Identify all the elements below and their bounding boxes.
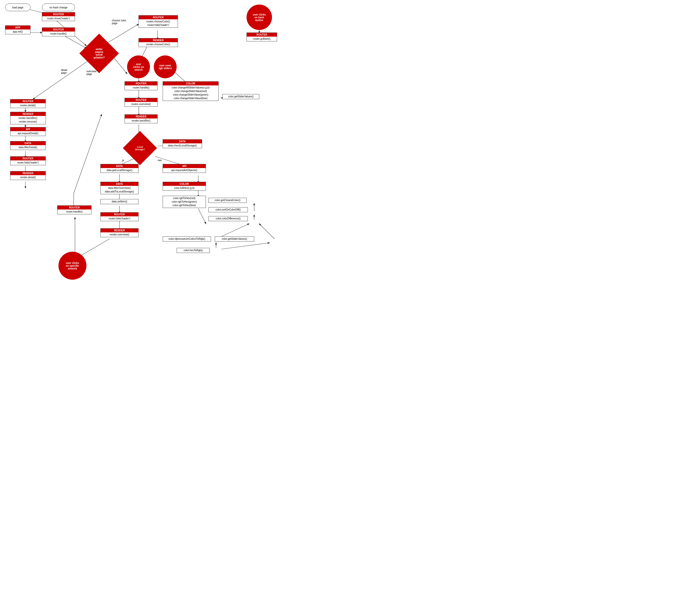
user-uses-rgb-sliders-circle: user usesrgb sliders <box>154 55 177 78</box>
router-handle2-box: ROUTER router.handle() <box>125 81 157 90</box>
user-clicks-search-label: userclicks onsearch <box>133 63 144 71</box>
svg-line-42 <box>74 115 102 193</box>
user-clicks-back-label: user clickson backbutton <box>253 13 266 22</box>
color-get-slider-values-body: color.getSliderValues() <box>223 94 259 99</box>
svg-line-27 <box>198 208 206 224</box>
color-hex-to-rgb-box: color.hexToRgb() <box>177 248 210 253</box>
api-request-art-objects-header: API <box>163 164 206 168</box>
router-overview-header: ROUTER <box>125 98 157 102</box>
app-body: app.init() <box>5 29 30 34</box>
render-choose-color-header: RENDER <box>139 39 178 42</box>
render-back-btn-body: render.backBtn() <box>125 119 157 123</box>
router-hide-loader1-header: ROUTER <box>10 157 46 160</box>
render-detail1-box: RENDER render.backBtn() render.remove() <box>10 112 46 124</box>
render-back-btn-box: RENDER render.backBtn() <box>125 115 157 123</box>
data-get-local-storage-box: DATA data.getLocalStorage() <box>100 164 139 173</box>
router-detail-box: ROUTER routes.detail() <box>10 99 46 108</box>
color-rijksmuseum-box: color.rijksmuseumColorsToRgb() <box>163 236 211 242</box>
color-rgb-to-hex-box: color.rgbToHex(red) color.rgbToHex(green… <box>163 196 206 208</box>
on-hash-change-oval: on hash change <box>42 4 75 11</box>
router-overview-box: ROUTER routes.overview() <box>125 98 157 107</box>
data-filter-detail-box: DATA data.filterDetail() <box>10 141 46 150</box>
color-rijksmuseum-body: color.rijksmuseumColorsToRgb() <box>163 237 211 241</box>
router-choose-color-body: routes.chooseColor() router.hide('loader… <box>139 19 178 27</box>
router-handle3-body: router.handle() <box>57 209 91 214</box>
color-full-hex-box: COLOR color.fullHex(r,g,b) <box>163 182 206 191</box>
color-full-hex-body: color.fullHex(r,g,b) <box>163 186 206 191</box>
data-filter-overview-body: data.filterOverview() data.addToLocalSto… <box>101 186 138 194</box>
welke-pagina-diamond: welkepaginawordtgeladen? <box>85 40 113 67</box>
router-handle2-body: router.handle() <box>125 85 157 90</box>
router-choose-color-header: ROUTER <box>139 16 178 19</box>
diagram-container: load page on hash change APP app.init() … <box>0 0 350 300</box>
router-handle1-box: ROUTER router.handle() <box>42 27 75 36</box>
api-request-detail-body: api.requestDetail() <box>10 131 46 136</box>
local-storage-diamond: LocalStorage? <box>128 136 152 160</box>
router-handle2-header: ROUTER <box>125 82 157 85</box>
router-hide-loader1-box: ROUTER router.hide('loader') <box>10 156 46 165</box>
router-handle1-header: ROUTER <box>42 28 75 31</box>
on-hash-change-label: on hash change <box>49 6 67 9</box>
load-page-oval: load page <box>5 4 30 11</box>
data-filter-overview-box: DATA data.filterOverview() data.addToLoc… <box>100 182 139 194</box>
router-show-loader-body: router.show('loader') <box>42 16 75 21</box>
router-choose-color-box: ROUTER routes.chooseColor() router.hide(… <box>139 15 178 28</box>
api-request-detail-header: API <box>10 127 46 131</box>
render-overview-box: RENDER render.overview() <box>100 228 139 237</box>
ja-label: ja <box>122 159 124 162</box>
router-go-back-body: router.goBack() <box>247 36 277 41</box>
router-detail-header: ROUTER <box>10 99 46 103</box>
svg-line-24 <box>79 239 109 257</box>
color-get-slider-values2-body: color.getSliderValues() <box>215 237 254 241</box>
color-hex-to-rgb-body: color.hexToRgb() <box>177 248 209 253</box>
color-color-difference-box: color.colorDifference() <box>208 216 248 221</box>
detail-page-label: detailpage <box>61 69 67 74</box>
data-get-local-storage-body: data.getLocalStorage() <box>101 168 138 173</box>
render-overview-body: render.overview() <box>101 232 138 237</box>
router-show-loader-box: ROUTER router.show('loader') <box>42 12 75 21</box>
data-set-item-box: data.setItem() <box>100 199 139 204</box>
user-clicks-artwork-label: user clickson specificartwork <box>66 261 79 270</box>
user-clicks-artwork-circle: user clickson specificartwork <box>58 252 86 280</box>
render-detail1-header: RENDER <box>10 112 46 116</box>
color-box: COLOR color.changeAllSliderValues(r,g,b)… <box>163 81 219 101</box>
nee-label: nee <box>157 159 162 162</box>
data-filter-detail-header: DATA <box>10 141 46 145</box>
color-full-hex-header: COLOR <box>163 182 206 186</box>
color-sort-on-color-diff-body: color.sortOnColorDiff() <box>209 207 248 212</box>
data-filter-overview-header: DATA <box>101 182 138 186</box>
api-request-art-objects-body: api.requestArtObjects() <box>163 168 206 173</box>
data-check-local-storage-body: data.checkLocalStorage() <box>163 143 202 148</box>
render-detail2-header: RENDER <box>10 171 46 175</box>
router-handle3-header: ROUTER <box>57 206 91 209</box>
data-set-item-body: data.setItem() <box>101 199 138 204</box>
data-filter-detail-body: data.filterDetail() <box>10 145 46 150</box>
router-go-back-box: ROUTER router.goBack() <box>247 32 277 42</box>
color-sort-on-color-diff-box: color.sortOnColorDiff() <box>208 207 248 212</box>
app-box: APP app.init() <box>5 25 30 34</box>
router-hide-loader2-box: ROUTER router.hide('loader') <box>100 212 139 221</box>
render-choose-color-box: RENDER render.chooseColor() <box>139 38 178 47</box>
color-get-closest-color-body: color.getClosestColor() <box>209 198 246 203</box>
router-show-loader-header: ROUTER <box>42 12 75 16</box>
render-detail2-box: RENDER render.detail() <box>10 171 46 180</box>
render-detail1-body: render.backBtn() render.remove() <box>10 116 46 124</box>
render-choose-color-body: render.chooseColor() <box>139 42 178 47</box>
data-get-local-storage-header: DATA <box>101 164 138 168</box>
welke-pagina-label: welkepaginawordtgeladen? <box>85 40 113 67</box>
color-get-closest-color-box: color.getClosestColor() <box>208 198 247 203</box>
load-page-label: load page <box>12 6 23 9</box>
router-handle3-box: ROUTER router.handle() <box>57 205 92 214</box>
router-hide-loader1-body: router.hide('loader') <box>10 160 46 165</box>
router-go-back-header: ROUTER <box>247 33 277 36</box>
api-request-detail-box: API api.requestDetail() <box>10 127 46 136</box>
user-clicks-search-circle: userclicks onsearch <box>127 55 150 78</box>
color-get-slider-values2-box: color.getSliderValues() <box>215 236 254 242</box>
overview-page-label: overviewpage <box>86 70 96 76</box>
render-detail2-body: render.detail() <box>10 175 46 180</box>
router-handle1-body: router.handle() <box>42 31 75 36</box>
user-uses-rgb-sliders-label: user usesrgb sliders <box>158 64 172 70</box>
render-back-btn-header: RENDER <box>125 115 157 119</box>
router-hide-loader2-body: router.hide('loader') <box>101 216 138 221</box>
data-check-local-storage-header: DATA <box>163 140 202 143</box>
